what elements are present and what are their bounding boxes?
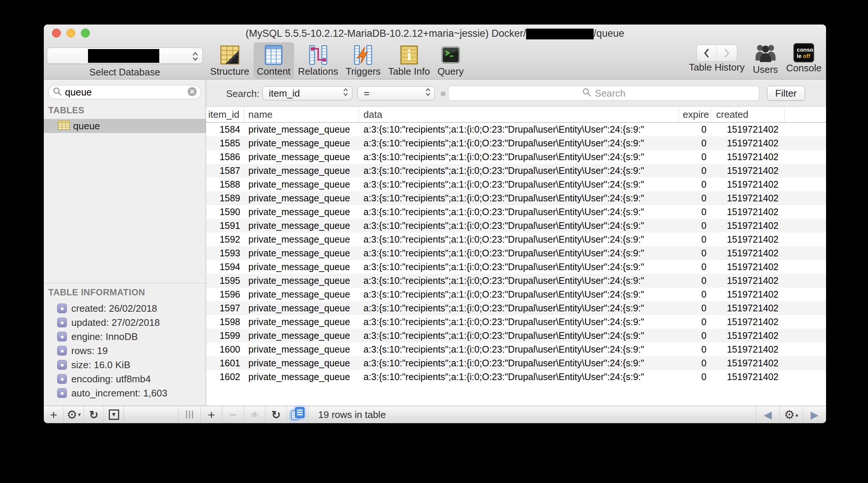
cell-expire[interactable]: 0 <box>679 124 711 135</box>
cell-data[interactable]: a:3:{s:10:"recipients";a:1:{i:0;O:23:"Dr… <box>359 330 679 341</box>
table-row[interactable]: 1596 private_message_queue a:3:{s:10:"re… <box>206 288 826 301</box>
cell-name[interactable]: private_message_queue <box>244 193 359 204</box>
table-row[interactable]: 1590 private_message_queue a:3:{s:10:"re… <box>206 205 826 219</box>
console-group[interactable]: conso le off Console <box>786 42 822 74</box>
cell-data[interactable]: a:3:{s:10:"recipients";a:1:{i:0;O:23:"Dr… <box>359 317 679 327</box>
cell-created[interactable]: 1519721402 <box>711 179 784 190</box>
table-row[interactable]: 1601 private_message_queue a:3:{s:10:"re… <box>206 356 826 370</box>
cell-item-id[interactable]: 1589 <box>206 193 244 204</box>
filter-button[interactable]: Filter <box>767 86 805 101</box>
cell-expire[interactable]: 0 <box>679 207 711 217</box>
cell-data[interactable]: a:3:{s:10:"recipients";a:1:{i:0;O:23:"Dr… <box>359 234 679 245</box>
cell-created[interactable]: 1519721402 <box>711 248 784 259</box>
cell-created[interactable]: 1519721402 <box>711 165 784 176</box>
cell-data[interactable]: a:3:{s:10:"recipients";a:1:{i:0;O:23:"Dr… <box>359 262 679 272</box>
table-row[interactable]: 1600 private_message_queue a:3:{s:10:"re… <box>206 343 826 356</box>
cell-data[interactable]: a:3:{s:10:"recipients";a:1:{i:0;O:23:"Dr… <box>359 179 679 190</box>
cell-data[interactable]: a:3:{s:10:"recipients";a:1:{i:0;O:23:"Dr… <box>359 193 679 204</box>
cell-name[interactable]: private_message_queue <box>244 248 359 259</box>
cell-created[interactable]: 1519721402 <box>711 234 784 245</box>
cell-created[interactable]: 1519721402 <box>711 358 784 369</box>
cell-created[interactable]: 1519721402 <box>711 152 784 162</box>
cell-name[interactable]: private_message_queue <box>244 344 359 355</box>
cell-item-id[interactable]: 1601 <box>206 358 244 369</box>
cell-expire[interactable]: 0 <box>679 165 711 176</box>
cell-item-id[interactable]: 1585 <box>206 138 244 149</box>
column-header-created[interactable]: created <box>711 107 784 122</box>
column-header-item-id[interactable]: item_id <box>206 107 244 122</box>
tab-content[interactable]: Content <box>254 42 294 78</box>
cell-expire[interactable]: 0 <box>679 358 711 369</box>
table-row[interactable]: 1592 private_message_queue a:3:{s:10:"re… <box>206 233 826 246</box>
close-window-button[interactable] <box>52 29 61 38</box>
column-header-name[interactable]: name <box>244 107 359 122</box>
cell-expire[interactable]: 0 <box>679 234 711 245</box>
pagination-menu-button[interactable]: ⚙▴ <box>779 406 803 423</box>
cell-data[interactable]: a:3:{s:10:"recipients";a:1:{i:0;O:23:"Dr… <box>359 138 679 149</box>
cell-item-id[interactable]: 1592 <box>206 234 244 245</box>
cell-data[interactable]: a:3:{s:10:"recipients";a:1:{i:0;O:23:"Dr… <box>359 303 679 314</box>
filter-operator-popup[interactable]: = <box>358 86 435 100</box>
cell-expire[interactable]: 0 <box>679 138 711 149</box>
table-row[interactable]: 1591 private_message_queue a:3:{s:10:"re… <box>206 219 826 233</box>
add-table-button[interactable]: + <box>44 406 64 423</box>
filter-column-popup[interactable]: item_id <box>262 86 352 100</box>
next-page-button[interactable]: ▶ <box>803 406 826 423</box>
cell-expire[interactable]: 0 <box>679 344 711 355</box>
cell-data[interactable]: a:3:{s:10:"recipients";a:1:{i:0;O:23:"Dr… <box>359 152 679 162</box>
cell-data[interactable]: a:3:{s:10:"recipients";a:1:{i:0;O:23:"Dr… <box>359 372 679 382</box>
cell-created[interactable]: 1519721402 <box>711 372 784 382</box>
cell-name[interactable]: private_message_queue <box>244 303 359 314</box>
cell-name[interactable]: private_message_queue <box>244 372 359 382</box>
table-actions-button[interactable]: ⚙▾ <box>64 406 84 423</box>
cell-expire[interactable]: 0 <box>679 262 711 272</box>
cell-item-id[interactable]: 1598 <box>206 317 244 327</box>
cell-created[interactable]: 1519721402 <box>711 193 784 204</box>
content-search-input[interactable]: Search <box>448 86 759 101</box>
cell-created[interactable]: 1519721402 <box>711 124 784 135</box>
cell-created[interactable]: 1519721402 <box>711 303 784 314</box>
cell-data[interactable]: a:3:{s:10:"recipients";a:1:{i:0;O:23:"Dr… <box>359 289 679 300</box>
cell-name[interactable]: private_message_queue <box>244 152 359 162</box>
cell-item-id[interactable]: 1593 <box>206 248 244 259</box>
cell-data[interactable]: a:3:{s:10:"recipients";a:1:{i:0;O:23:"Dr… <box>359 165 679 176</box>
table-filter-search-input[interactable]: queue <box>48 85 201 99</box>
cell-data[interactable]: a:3:{s:10:"recipients";a:1:{i:0;O:23:"Dr… <box>359 220 679 231</box>
cell-created[interactable]: 1519721402 <box>711 344 784 355</box>
table-row[interactable]: 1586 private_message_queue a:3:{s:10:"re… <box>206 150 826 164</box>
clear-search-icon[interactable] <box>187 87 197 98</box>
edit-popup-button[interactable] <box>287 406 309 423</box>
cell-data[interactable]: a:3:{s:10:"recipients";a:1:{i:0;O:23:"Dr… <box>359 207 679 217</box>
cell-name[interactable]: private_message_queue <box>244 207 359 217</box>
cell-name[interactable]: private_message_queue <box>244 317 359 327</box>
table-row[interactable]: 1589 private_message_queue a:3:{s:10:"re… <box>206 191 826 205</box>
column-header-expire[interactable]: expire <box>679 107 711 122</box>
cell-item-id[interactable]: 1600 <box>206 344 244 355</box>
cell-item-id[interactable]: 1595 <box>206 275 244 286</box>
zoom-window-button[interactable] <box>81 29 90 38</box>
add-row-button[interactable]: + <box>201 406 222 423</box>
cell-expire[interactable]: 0 <box>679 152 711 162</box>
cell-expire[interactable]: 0 <box>679 179 711 190</box>
table-row[interactable]: 1584 private_message_queue a:3:{s:10:"re… <box>206 123 826 136</box>
database-popup-button[interactable] <box>47 48 203 64</box>
cell-name[interactable]: private_message_queue <box>244 234 359 245</box>
previous-page-button[interactable]: ◀ <box>756 406 779 423</box>
cell-name[interactable]: private_message_queue <box>244 289 359 300</box>
cell-data[interactable]: a:3:{s:10:"recipients";a:1:{i:0;O:23:"Dr… <box>359 275 679 286</box>
cell-created[interactable]: 1519721402 <box>711 317 784 327</box>
table-row[interactable]: 1587 private_message_queue a:3:{s:10:"re… <box>206 164 826 178</box>
table-row[interactable]: 1602 private_message_queue a:3:{s:10:"re… <box>206 370 826 384</box>
reload-table-button[interactable]: ↻ <box>265 406 287 423</box>
cell-created[interactable]: 1519721402 <box>711 138 784 149</box>
tab-relations[interactable]: Relations <box>295 42 342 78</box>
cell-name[interactable]: private_message_queue <box>244 358 359 369</box>
cell-item-id[interactable]: 1599 <box>206 330 244 341</box>
refresh-tables-button[interactable]: ↻ <box>84 406 104 423</box>
cell-name[interactable]: private_message_queue <box>244 220 359 231</box>
cell-created[interactable]: 1519721402 <box>711 330 784 341</box>
cell-name[interactable]: private_message_queue <box>244 275 359 286</box>
tab-query[interactable]: Query <box>434 42 467 78</box>
cell-expire[interactable]: 0 <box>679 317 711 327</box>
cell-data[interactable]: a:3:{s:10:"recipients";a:1:{i:0;O:23:"Dr… <box>359 248 679 259</box>
